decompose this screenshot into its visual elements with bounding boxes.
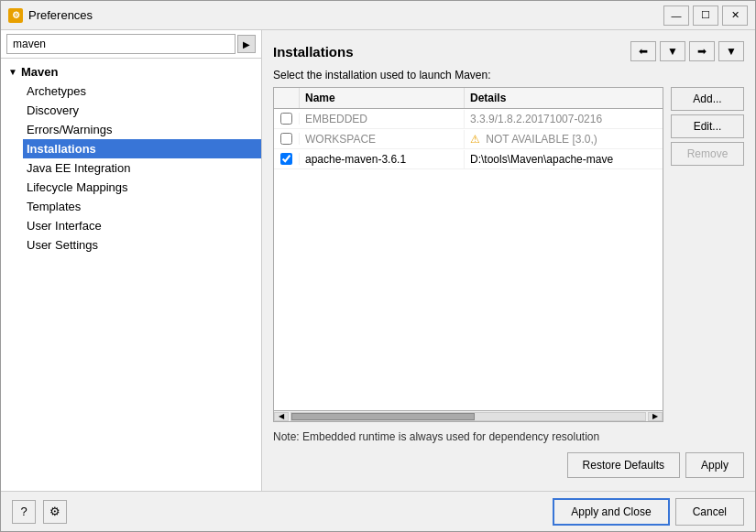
panel-subtitle: Select the installation used to launch M… [273, 69, 744, 81]
row-checkbox-workspace[interactable] [274, 133, 300, 145]
edit-button[interactable]: Edit... [671, 114, 744, 138]
scroll-thumb[interactable] [291, 413, 475, 420]
toolbar-forward-button[interactable]: ➡ [689, 41, 715, 61]
sidebar-item-installations[interactable]: Installations [23, 139, 261, 158]
footer-left: ? ⚙ [12, 500, 67, 524]
toolbar-forward-dropdown[interactable]: ▼ [718, 41, 744, 61]
table-row: apache-maven-3.6.1 D:\tools\Maven\apache… [274, 149, 663, 169]
sidebar: ▶ ▼ Maven Archetypes Discovery Errors/Wa… [1, 30, 262, 491]
checkbox-workspace[interactable] [280, 133, 292, 145]
horizontal-scrollbar: ◀ ▶ [274, 410, 663, 421]
apply-and-close-button[interactable]: Apply and Close [553, 498, 669, 526]
table-row: WORKSPACE ⚠ NOT AVAILABLE [3.0,) [274, 129, 663, 149]
cancel-button[interactable]: Cancel [675, 498, 744, 526]
scroll-left-arrow[interactable]: ◀ [274, 412, 289, 421]
apply-button[interactable]: Apply [685, 452, 744, 478]
panel-title: Installations [273, 44, 354, 60]
row-name-workspace: WORKSPACE [300, 130, 465, 148]
th-details: Details [465, 88, 663, 108]
sidebar-item-user-settings[interactable]: User Settings [23, 235, 261, 255]
checkbox-apache-maven[interactable] [280, 153, 292, 165]
th-name: Name [300, 88, 465, 108]
title-bar: ⚙ Preferences — ☐ ✕ [1, 1, 755, 30]
row-details-workspace: ⚠ NOT AVAILABLE [3.0,) [465, 130, 663, 148]
sidebar-item-templates[interactable]: Templates [23, 197, 261, 216]
search-bar: ▶ [1, 30, 261, 59]
title-controls: — ☐ ✕ [663, 5, 748, 26]
toolbar-back-button[interactable]: ⬅ [630, 41, 656, 61]
remove-button[interactable]: Remove [671, 142, 744, 166]
tree-children: Archetypes Discovery Errors/Warnings Ins… [1, 81, 261, 255]
scroll-track[interactable] [290, 412, 646, 421]
row-checkbox-embedded[interactable] [274, 113, 300, 125]
panel-header: Installations ⬅ ▼ ➡ ▼ [273, 41, 744, 61]
right-panel: Installations ⬅ ▼ ➡ ▼ Select the install… [262, 30, 755, 491]
search-clear-button[interactable]: ▶ [237, 35, 256, 53]
scroll-right-arrow[interactable]: ▶ [648, 412, 663, 421]
sidebar-item-discovery[interactable]: Discovery [23, 101, 261, 120]
search-input[interactable] [6, 34, 236, 54]
help-button[interactable]: ? [12, 500, 36, 524]
preferences-button[interactable]: ⚙ [43, 500, 67, 524]
tree-root-label: Maven [21, 65, 58, 79]
restore-defaults-button[interactable]: Restore Defaults [567, 452, 680, 478]
row-name-apache-maven: apache-maven-3.6.1 [300, 150, 465, 168]
checkbox-embedded[interactable] [280, 113, 292, 125]
panel-toolbar: ⬅ ▼ ➡ ▼ [630, 41, 744, 61]
footer-right: Apply and Close Cancel [553, 498, 744, 526]
window-title: Preferences [28, 8, 663, 22]
close-button[interactable]: ✕ [722, 5, 748, 26]
th-checkbox [274, 88, 300, 108]
window-icon: ⚙ [8, 8, 23, 23]
sidebar-item-archetypes[interactable]: Archetypes [23, 81, 261, 101]
table-header: Name Details [274, 88, 663, 109]
tree-arrow-icon: ▼ [8, 67, 17, 77]
bottom-buttons: Restore Defaults Apply [273, 452, 744, 478]
tree: ▼ Maven Archetypes Discovery Errors/Warn… [1, 59, 261, 491]
table-area: Name Details EMBEDDED 3.3.9/1.8.2.201710… [273, 87, 744, 422]
tree-root-maven[interactable]: ▼ Maven [1, 62, 261, 81]
preferences-window: ⚙ Preferences — ☐ ✕ ▶ ▼ Maven Archetypes [0, 0, 756, 532]
warning-icon: ⚠ [470, 133, 480, 146]
table-body: EMBEDDED 3.3.9/1.8.2.20171007-0216 WORKS… [274, 109, 663, 410]
sidebar-item-lifecycle[interactable]: Lifecycle Mappings [23, 178, 261, 197]
maximize-button[interactable]: ☐ [693, 5, 718, 26]
add-button[interactable]: Add... [671, 87, 744, 111]
sidebar-item-java-ee[interactable]: Java EE Integration [23, 158, 261, 178]
sidebar-item-errors-warnings[interactable]: Errors/Warnings [23, 120, 261, 139]
side-buttons: Add... Edit... Remove [671, 87, 744, 422]
row-name-embedded: EMBEDDED [300, 110, 465, 128]
toolbar-back-dropdown[interactable]: ▼ [660, 41, 685, 61]
row-details-embedded: 3.3.9/1.8.2.20171007-0216 [465, 110, 663, 128]
note-text: Note: Embedded runtime is always used fo… [273, 429, 744, 445]
footer: ? ⚙ Apply and Close Cancel [1, 491, 755, 531]
table-row: EMBEDDED 3.3.9/1.8.2.20171007-0216 [274, 109, 663, 129]
installations-table: Name Details EMBEDDED 3.3.9/1.8.2.201710… [273, 87, 663, 422]
row-details-apache-maven: D:\tools\Maven\apache-mave [465, 150, 663, 168]
sidebar-item-user-interface[interactable]: User Interface [23, 216, 261, 235]
main-content: ▶ ▼ Maven Archetypes Discovery Errors/Wa… [1, 30, 755, 491]
row-checkbox-apache-maven[interactable] [274, 153, 300, 165]
minimize-button[interactable]: — [663, 5, 689, 26]
